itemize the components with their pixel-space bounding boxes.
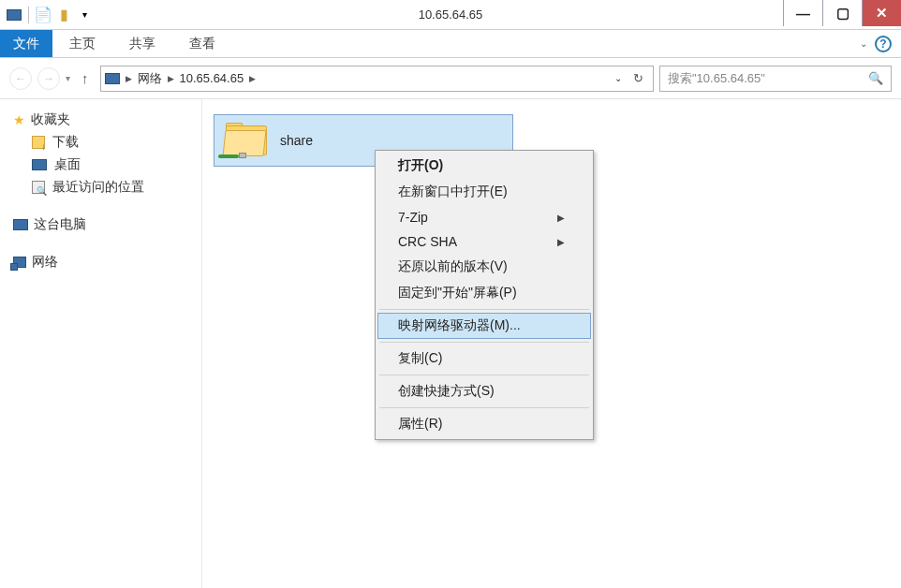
nav-up-button[interactable]: ↑ [76,70,95,86]
context-menu: 打开(O) 在新窗口中打开(E) 7-Zip▶ CRC SHA▶ 还原以前的版本… [375,150,594,440]
ribbon-tab-view[interactable]: 查看 [172,30,232,57]
qat-properties-icon[interactable]: 📄 [35,7,52,23]
quick-access-toolbar: 📄 ▮ ▾ [0,7,93,23]
menu-item-crc-sha[interactable]: CRC SHA▶ [377,229,591,254]
menu-item-open[interactable]: 打开(O) [377,153,591,179]
sidebar-network-label: 网络 [32,254,58,271]
qat-separator [28,7,29,23]
menu-item-open-new-window[interactable]: 在新窗口中打开(E) [377,179,591,205]
sidebar-item-network[interactable]: 网络 [0,251,201,273]
breadcrumb-separator[interactable]: ▶ [126,74,132,83]
ribbon-tab-file[interactable]: 文件 [0,30,52,57]
search-icon[interactable]: 🔍 [868,71,883,85]
breadcrumb-network[interactable]: 网络 [138,70,162,87]
shared-folder-icon [224,123,269,158]
sidebar-item-label: 下载 [52,134,79,151]
ribbon-tab-share[interactable]: 共享 [112,30,172,57]
submenu-arrow-icon: ▶ [557,237,565,247]
pc-icon [13,219,28,230]
breadcrumb-separator[interactable]: ▶ [168,74,174,83]
close-button[interactable]: ✕ [862,0,901,26]
sidebar-group-favorites[interactable]: ★ 收藏夹 [0,109,201,131]
menu-item-restore-previous[interactable]: 还原以前的版本(V) [377,254,591,280]
address-bar[interactable]: ▶ 网络 ▶ 10.65.64.65 ▶ ⌄ ↻ [100,66,655,92]
ribbon-tabs: 文件 主页 共享 查看 ⌄ ? [0,30,901,58]
ribbon-expand-icon[interactable]: ⌄ [860,38,867,49]
sidebar-item-desktop[interactable]: 桌面 [0,154,201,176]
sidebar-item-this-pc[interactable]: 这台电脑 [0,213,201,236]
menu-item-copy[interactable]: 复制(C) [377,345,591,372]
menu-item-create-shortcut[interactable]: 创建快捷方式(S) [377,378,591,404]
menu-separator [379,407,589,408]
downloads-icon [32,136,45,149]
menu-item-map-network-drive[interactable]: 映射网络驱动器(M)... [377,313,591,339]
navigation-bar: ← → ▾ ↑ ▶ 网络 ▶ 10.65.64.65 ▶ ⌄ ↻ 🔍 [0,58,901,99]
sidebar-item-recent[interactable]: 最近访问的位置 [0,176,201,198]
sidebar-item-label: 桌面 [54,156,81,173]
navigation-pane: ★ 收藏夹 下载 桌面 最近访问的位置 这台电脑 [0,99,202,588]
menu-separator [379,375,589,375]
search-box[interactable]: 🔍 [659,66,892,92]
search-input[interactable] [668,71,868,85]
ribbon-tab-home[interactable]: 主页 [52,30,112,57]
window-controls: — ▢ ✕ [783,0,901,29]
window-icon [6,7,22,23]
menu-item-properties[interactable]: 属性(R) [377,411,591,437]
maximize-button[interactable]: ▢ [822,0,862,26]
recent-icon [32,181,45,194]
sidebar-favorites-label: 收藏夹 [31,111,70,128]
sidebar-item-label: 最近访问的位置 [52,179,144,196]
menu-item-7zip[interactable]: 7-Zip▶ [377,205,591,229]
qat-newfolder-icon[interactable]: ▮ [55,7,72,23]
submenu-arrow-icon: ▶ [557,213,565,223]
address-dropdown-icon[interactable]: ⌄ [614,73,622,83]
menu-separator [379,309,589,310]
sidebar-item-downloads[interactable]: 下载 [0,131,201,154]
qat-customize-icon[interactable]: ▾ [76,7,93,23]
item-label: share [280,133,313,148]
sidebar-this-pc-label: 这台电脑 [34,216,86,233]
breadcrumb-host[interactable]: 10.65.64.65 [180,71,244,85]
desktop-icon [32,159,47,170]
refresh-button[interactable]: ↻ [628,71,649,85]
minimize-button[interactable]: — [783,0,822,26]
window-title: 10.65.64.65 [0,7,901,22]
nav-history-dropdown[interactable]: ▾ [66,73,70,83]
breadcrumb-separator[interactable]: ▶ [249,74,256,83]
address-icon [105,73,120,84]
title-bar: 📄 ▮ ▾ 10.65.64.65 — ▢ ✕ [0,0,901,30]
menu-item-pin-to-start[interactable]: 固定到"开始"屏幕(P) [377,280,591,306]
help-button[interactable]: ? [875,36,892,52]
nav-back-button[interactable]: ← [9,67,32,90]
network-icon [13,257,26,268]
menu-separator [379,342,589,343]
nav-forward-button[interactable]: → [37,67,60,90]
star-icon: ★ [13,112,25,127]
